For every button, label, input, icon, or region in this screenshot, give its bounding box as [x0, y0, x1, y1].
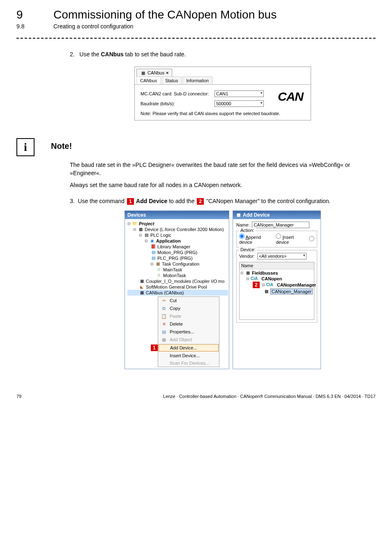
tree-canbus[interactable]: CANbus (CANbus): [146, 290, 184, 295]
expand-icon[interactable]: ⊟: [139, 233, 142, 237]
cia-icon: CiA: [266, 282, 273, 287]
menu-properties[interactable]: ▤Properties...: [158, 328, 219, 336]
tree-plc-logic[interactable]: PLC Logic: [150, 233, 171, 238]
note-title: Note!: [51, 138, 72, 151]
step-2: 2. Use the CANbus tab to set the baud ra…: [70, 51, 376, 58]
menu-add-object: ▦Add Object: [158, 336, 219, 344]
menu-delete[interactable]: ✕Delete: [158, 320, 219, 328]
baudrate-select[interactable]: 500000: [214, 100, 264, 107]
canbus-note: Note: Please verify that all CAN slaves …: [141, 111, 305, 116]
step-3-c: to add the: [167, 198, 196, 204]
page-number: 79: [16, 394, 21, 399]
tree-canopen-manager-leaf[interactable]: CANopen_Manager: [270, 289, 313, 294]
canbus-icon: ▦: [139, 290, 145, 295]
vendor-select[interactable]: <All vendors>: [257, 253, 307, 259]
chapter-number: 9: [16, 8, 53, 21]
project-icon: 📁: [132, 221, 138, 226]
step-2-pre: Use the: [79, 51, 101, 58]
tree-fieldbusses[interactable]: Fieldbusses: [252, 271, 278, 275]
canbus-screenshot: ▦ CANbus × CANbus Status Information CAN…: [134, 67, 311, 120]
paste-icon: 📋: [161, 314, 167, 319]
tree-canopenmanager[interactable]: CANopenManager: [277, 282, 316, 287]
task-icon: ⛭: [156, 267, 162, 272]
expand-icon[interactable]: ⊟: [150, 262, 154, 266]
canbus-doc-icon: ▦: [140, 70, 146, 75]
add-device-title: ▦Add Device: [233, 211, 321, 219]
fieldbusses-icon: ▦: [245, 271, 251, 275]
tree-project[interactable]: Project: [139, 221, 154, 226]
baudrate-label: Baudrate (bits/s):: [141, 101, 214, 106]
divider: [16, 38, 376, 39]
tree-plc-prg[interactable]: PLC_PRG (PRG): [157, 256, 193, 261]
third-radio[interactable]: [309, 236, 314, 242]
tab-status[interactable]: Status: [161, 76, 182, 84]
expand-icon[interactable]: ⊟: [127, 222, 131, 226]
devices-panel-title: Devices: [125, 211, 229, 219]
insert-device-radio[interactable]: Insert device: [276, 234, 305, 245]
name-input[interactable]: [252, 222, 309, 228]
tree-library-manager[interactable]: Library Manager: [157, 244, 190, 249]
prg-icon: ▤: [150, 250, 156, 255]
tree-main-task[interactable]: MainTask: [163, 267, 182, 272]
append-device-radio[interactable]: Append device: [239, 234, 272, 245]
chapter-title: Commissioning of the CANopen Motion bus: [53, 8, 277, 21]
softmotion-icon: ◣: [139, 284, 145, 289]
device-legend: Device:: [239, 247, 257, 252]
tree-device[interactable]: Device (L-force Controller 3200 Motion): [145, 227, 224, 232]
expand-icon[interactable]: ⊟: [262, 283, 265, 287]
library-icon: 📕: [150, 244, 156, 249]
tab-information[interactable]: Information: [182, 76, 212, 84]
note-p2: Always set the same baud rate for all no…: [70, 181, 376, 190]
document-tab-label: CANbus: [148, 70, 164, 75]
cut-icon: ✂: [161, 298, 167, 303]
task-icon: ⛭: [156, 273, 162, 278]
marker-1: 1: [127, 198, 134, 205]
dialog-icon: ▦: [235, 213, 241, 217]
expand-icon[interactable]: ⊟: [133, 227, 136, 231]
menu-scan-devices: Scan For Devices...: [158, 359, 219, 367]
section-title: Creating a control configuration: [53, 23, 134, 30]
document-tab-canbus[interactable]: ▦ CANbus ×: [136, 69, 172, 76]
page-footer: 79 Lenze · Controller-based Automation ·…: [16, 394, 376, 407]
callout-marker-1: 1: [151, 345, 158, 351]
tree-motion-task[interactable]: MotionTask: [163, 273, 186, 278]
connector-label: MC-CAN2 card: Sub-D connector:: [141, 91, 214, 96]
step-2-post: tab to set the baud rate.: [124, 51, 186, 58]
prg-icon: ▤: [150, 256, 156, 261]
menu-copy[interactable]: ⧉Copy: [158, 305, 219, 312]
devices-tree[interactable]: ⊟📁Project ⊟▦Device (L-force Controller 3…: [125, 219, 229, 369]
device-tree[interactable]: Name ⊟▦Fieldbusses ⊟CiA CANopen 2 ⊟CiA C…: [239, 262, 314, 320]
step-3-num: 3.: [70, 198, 75, 204]
devices-panel: Devices ⊟📁Project ⊟▦Device (L-force Cont…: [125, 210, 229, 369]
tree-motion-prg[interactable]: Motion_PRG (PRG): [157, 250, 197, 255]
delete-icon: ✕: [161, 321, 167, 327]
add-device-dialog: ▦Add Device Name: Action: Append device …: [233, 210, 321, 369]
footer-text: Lenze · Controller-based Automation · CA…: [163, 394, 376, 399]
menu-cut[interactable]: ✂Cut: [158, 297, 219, 305]
connector-select[interactable]: CAN1: [214, 90, 264, 97]
tree-softmotion[interactable]: SoftMotion General Drive Pool: [146, 284, 207, 289]
step-2-num: 2.: [70, 51, 75, 58]
action-legend: Action:: [239, 228, 256, 233]
expand-icon[interactable]: ⊟: [145, 239, 148, 243]
expand-icon[interactable]: ⊟: [246, 277, 249, 281]
coupler-icon: ▦: [139, 279, 145, 284]
copy-icon: ⧉: [161, 306, 167, 311]
menu-insert-device[interactable]: Insert Device...: [158, 352, 219, 359]
callout-marker-2: 2: [253, 282, 260, 288]
tab-canbus[interactable]: CANbus: [136, 76, 161, 84]
close-icon[interactable]: ×: [166, 70, 168, 75]
step-3: 3. Use the command 1 Add Device to add t…: [70, 198, 376, 205]
info-icon: i: [16, 138, 35, 156]
expand-icon[interactable]: ⊟: [240, 271, 244, 275]
device-icon: ▦: [138, 227, 143, 232]
tree-canopen[interactable]: CANopen: [261, 276, 282, 281]
device-leaf-icon: ▦: [263, 289, 269, 294]
can-logo: CAN: [278, 90, 303, 104]
tree-application[interactable]: Application: [156, 238, 181, 243]
plc-logic-icon: ▤: [143, 233, 149, 238]
tree-task-config[interactable]: Task Configuration: [162, 261, 199, 266]
tree-coupler[interactable]: Coupler_I_O_modules (Coupler I/O mo: [146, 279, 224, 284]
menu-add-device[interactable]: 1 Add Device...: [159, 344, 219, 352]
step-2-bold: CANbus: [101, 51, 124, 58]
